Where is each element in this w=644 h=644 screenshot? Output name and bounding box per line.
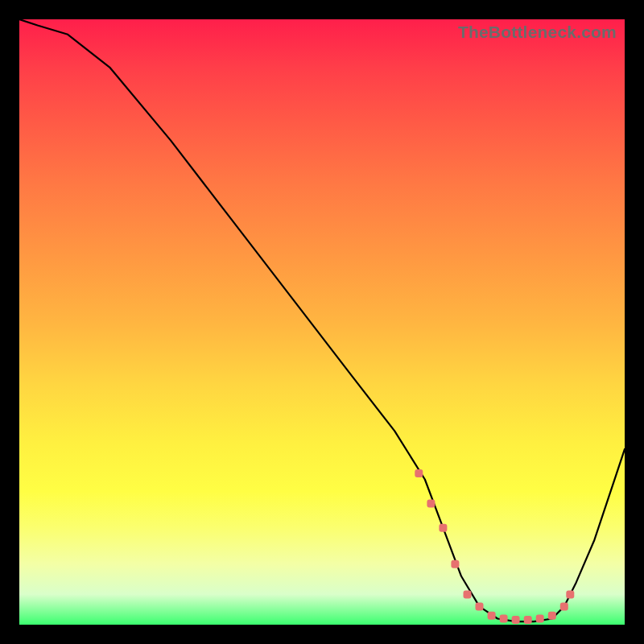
highlight-marker xyxy=(451,560,459,568)
chart-svg xyxy=(19,19,625,625)
highlight-marker-group xyxy=(415,469,574,624)
highlight-marker xyxy=(524,616,532,624)
highlight-marker xyxy=(488,612,496,620)
watermark-text: TheBottleneck.com xyxy=(458,23,617,42)
highlight-marker xyxy=(476,602,484,610)
highlight-marker xyxy=(566,590,574,598)
highlight-marker xyxy=(548,612,556,620)
bottleneck-curve-line xyxy=(19,19,625,621)
highlight-marker xyxy=(512,616,520,624)
highlight-marker xyxy=(415,469,423,477)
highlight-marker xyxy=(439,524,447,532)
highlight-marker xyxy=(560,602,568,610)
highlight-marker xyxy=(500,615,508,623)
highlight-marker xyxy=(536,615,544,623)
chart-frame: TheBottleneck.com xyxy=(19,19,625,625)
highlight-marker xyxy=(427,500,435,508)
highlight-marker xyxy=(464,590,472,598)
